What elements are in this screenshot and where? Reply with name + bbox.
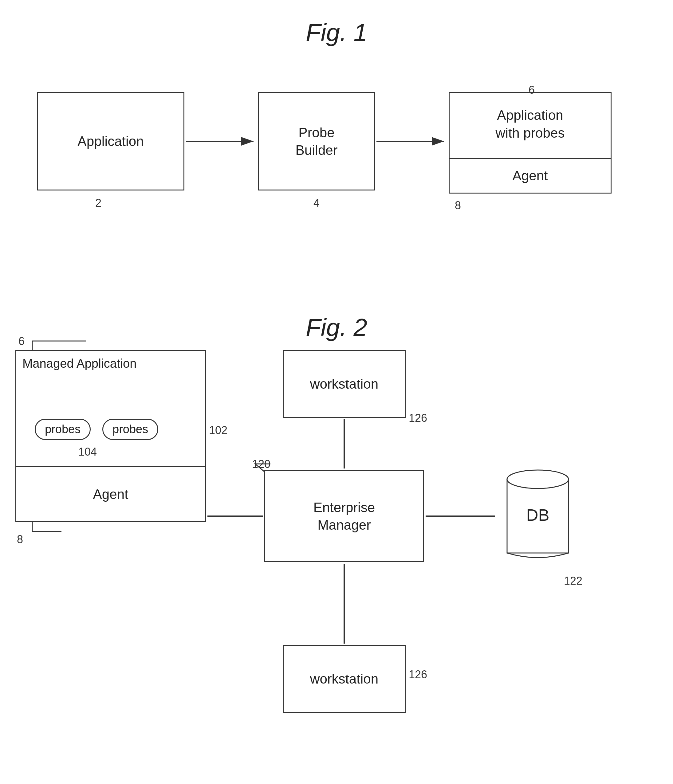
ref-126-top: 126 [409, 412, 427, 425]
ref-126-bottom: 126 [409, 668, 427, 681]
fig1-application-box: Application [37, 92, 184, 190]
ref-104: 104 [78, 445, 97, 458]
fig2-managed-app-title: Managed Application [16, 357, 205, 370]
fig1-probe-builder-box: ProbeBuilder [258, 92, 375, 190]
fig2-enterprise-manager-box: EnterpriseManager [264, 470, 424, 562]
fig2-workstation-top-label: workstation [307, 372, 382, 396]
fig2-title: Fig. 2 [306, 313, 367, 342]
svg-point-10 [507, 470, 569, 488]
fig1-app-with-probes-box: Applicationwith probes Agent [449, 92, 612, 194]
fig2-workstation-bottom-label: workstation [307, 667, 382, 691]
diagram-container: Fig. 1 Application 2 ProbeBuilder 4 Appl… [0, 0, 673, 784]
ref-2: 2 [95, 197, 101, 210]
ref-6-fig2: 6 [19, 335, 25, 348]
ref-8-fig2: 8 [17, 533, 23, 546]
fig2-workstation-bottom-box: workstation [283, 645, 406, 713]
svg-text:DB: DB [526, 506, 549, 524]
fig2-agent-section: Agent [16, 466, 205, 521]
fig1-title: Fig. 1 [306, 19, 367, 47]
fig2-managed-app-box: Managed Application probes probes Agent [16, 350, 206, 522]
fig1-app-with-probes-label: Applicationwith probes [492, 103, 568, 145]
fig2-probe1: probes [35, 419, 91, 440]
fig2-workstation-top-box: workstation [283, 350, 406, 418]
fig2-probe2: probes [102, 419, 158, 440]
ref-102: 102 [209, 424, 227, 437]
ref-122: 122 [564, 574, 582, 587]
fig2-agent-label: Agent [90, 482, 131, 506]
fig2-enterprise-manager-label: EnterpriseManager [310, 496, 378, 537]
ref-4: 4 [313, 197, 319, 210]
fig1-agent-label: Agent [509, 164, 551, 187]
ref-120: 120 [252, 458, 270, 471]
ref-8: 8 [455, 199, 461, 212]
fig1-application-label: Application [74, 129, 146, 153]
ref-6-top: 6 [528, 84, 535, 96]
fig2-db-svg: DB [498, 461, 578, 571]
fig2-db-container: DB [498, 461, 578, 572]
fig1-probe-builder-label: ProbeBuilder [293, 121, 341, 162]
